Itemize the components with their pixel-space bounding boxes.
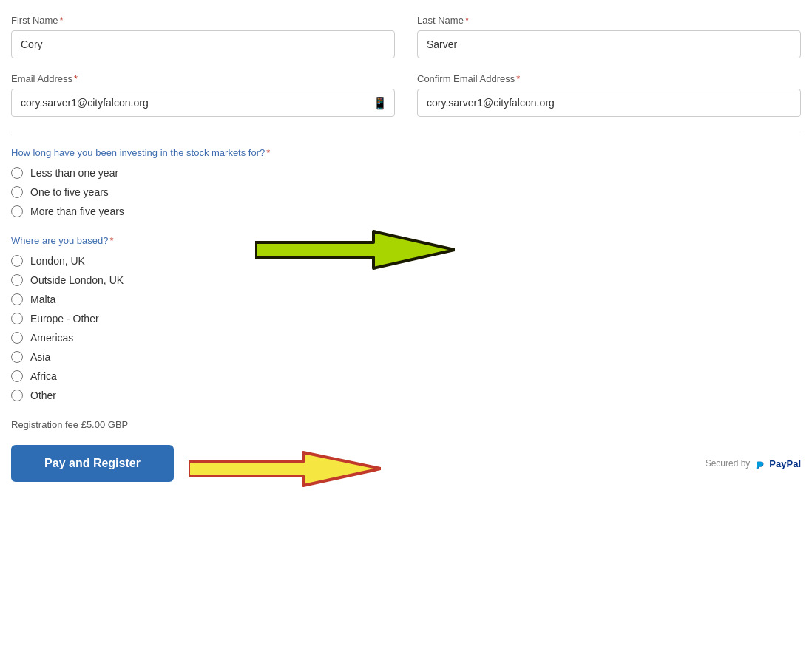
- radio-europe-other[interactable]: Europe - Other: [11, 313, 801, 324]
- secured-by-text: Secured by: [706, 458, 751, 469]
- pay-register-button[interactable]: Pay and Register: [11, 445, 174, 482]
- radio-less-than-one[interactable]: Less than one year: [11, 167, 801, 179]
- investing-question-label: How long have you been investing in the …: [11, 147, 801, 158]
- investing-options: Less than one year One to five years Mor…: [11, 167, 801, 217]
- investing-section: How long have you been investing in the …: [11, 147, 801, 217]
- radio-one-to-five-input[interactable]: [11, 186, 23, 198]
- yellow-arrow-annotation: [189, 449, 381, 489]
- radio-asia-label: Asia: [30, 351, 50, 363]
- paypal-icon: [754, 457, 768, 470]
- radio-malta[interactable]: Malta: [11, 293, 801, 305]
- radio-less-than-one-input[interactable]: [11, 167, 23, 179]
- radio-more-than-five[interactable]: More than five years: [11, 205, 801, 217]
- radio-malta-input[interactable]: [11, 293, 23, 305]
- radio-asia[interactable]: Asia: [11, 351, 801, 363]
- paypal-badge: Secured by PayPal: [706, 457, 801, 470]
- name-row: First Name* Last Name*: [11, 15, 801, 58]
- registration-fee: Registration fee £5.00 GBP: [11, 419, 801, 430]
- email-label: Email Address*: [11, 73, 395, 84]
- radio-other-label: Other: [30, 390, 56, 401]
- radio-one-to-five[interactable]: One to five years: [11, 186, 801, 198]
- location-question-label: Where are you based?*: [11, 235, 801, 246]
- email-group: Email Address* 📱: [11, 73, 395, 117]
- paypal-logo: PayPal: [754, 457, 801, 470]
- last-name-input[interactable]: [417, 30, 801, 58]
- radio-africa[interactable]: Africa: [11, 370, 801, 382]
- radio-africa-label: Africa: [30, 370, 57, 382]
- location-options: London, UK Outside London, UK Malta Euro…: [11, 255, 801, 401]
- radio-other-input[interactable]: [11, 390, 23, 401]
- last-name-group: Last Name*: [417, 15, 801, 58]
- email-icon: 📱: [373, 96, 388, 110]
- radio-outside-london-input[interactable]: [11, 274, 23, 286]
- radio-malta-label: Malta: [30, 293, 55, 305]
- radio-london-uk-label: London, UK: [30, 255, 85, 267]
- radio-americas-label: Americas: [30, 332, 73, 344]
- registration-form: First Name* Last Name* Email Address* 📱 …: [11, 15, 801, 482]
- confirm-email-label: Confirm Email Address*: [417, 73, 801, 84]
- bottom-row: Pay and Register Secured by PayPal: [11, 445, 801, 482]
- radio-asia-input[interactable]: [11, 351, 23, 363]
- email-input[interactable]: [11, 89, 395, 117]
- radio-europe-other-input[interactable]: [11, 313, 23, 324]
- email-wrapper: 📱: [11, 89, 395, 117]
- paypal-name: PayPal: [769, 458, 801, 469]
- first-name-group: First Name*: [11, 15, 395, 58]
- radio-more-than-five-input[interactable]: [11, 205, 23, 217]
- location-section-wrapper: Where are you based?* London, UK Outside…: [11, 235, 801, 401]
- email-row: Email Address* 📱 Confirm Email Address*: [11, 73, 801, 117]
- pay-button-wrapper: Pay and Register: [11, 445, 174, 482]
- confirm-email-group: Confirm Email Address*: [417, 73, 801, 117]
- first-name-label: First Name*: [11, 15, 395, 26]
- radio-more-than-five-label: More than five years: [30, 205, 124, 217]
- radio-outside-london[interactable]: Outside London, UK: [11, 274, 801, 286]
- radio-outside-london-label: Outside London, UK: [30, 274, 124, 286]
- radio-other[interactable]: Other: [11, 390, 801, 401]
- radio-americas[interactable]: Americas: [11, 332, 801, 344]
- radio-africa-input[interactable]: [11, 370, 23, 382]
- svg-marker-1: [189, 452, 381, 486]
- radio-less-than-one-label: Less than one year: [30, 167, 118, 179]
- confirm-email-input[interactable]: [417, 89, 801, 117]
- radio-london-uk[interactable]: London, UK: [11, 255, 801, 267]
- last-name-label: Last Name*: [417, 15, 801, 26]
- radio-london-uk-input[interactable]: [11, 255, 23, 267]
- radio-one-to-five-label: One to five years: [30, 186, 109, 198]
- divider-1: [11, 132, 801, 132]
- first-name-input[interactable]: [11, 30, 395, 58]
- radio-europe-other-label: Europe - Other: [30, 313, 99, 324]
- radio-americas-input[interactable]: [11, 332, 23, 344]
